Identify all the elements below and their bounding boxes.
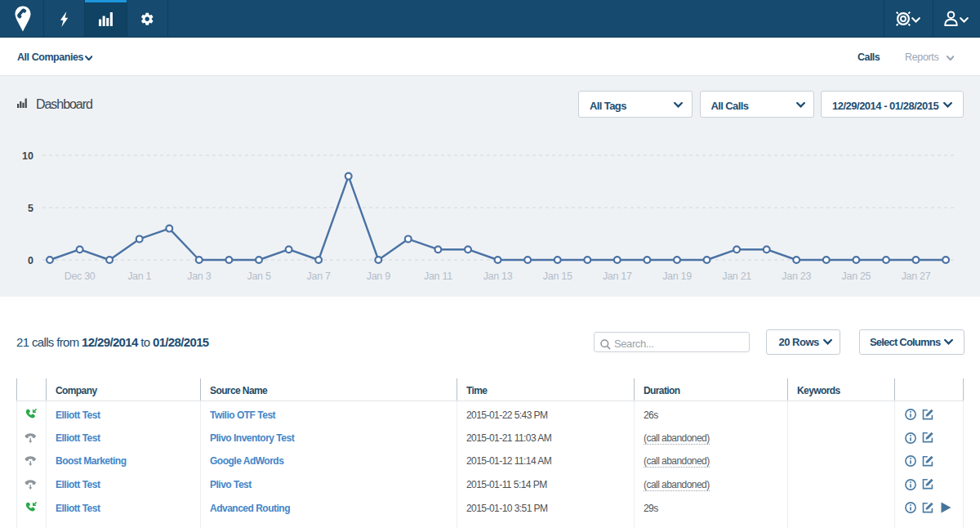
svg-text:Jan 5: Jan 5 (247, 271, 270, 282)
svg-text:Jan 7: Jan 7 (307, 271, 331, 282)
svg-text:Dec 30: Dec 30 (65, 271, 96, 282)
svg-text:Jan 3: Jan 3 (187, 271, 211, 282)
svg-text:Jan 15: Jan 15 (543, 271, 572, 282)
svg-text:Jan 21: Jan 21 (722, 271, 751, 282)
svg-text:Jan 17: Jan 17 (603, 271, 632, 282)
svg-text:Jan 27: Jan 27 (902, 271, 931, 282)
svg-text:0: 0 (28, 255, 33, 266)
svg-text:10: 10 (22, 150, 33, 162)
svg-text:Jan 25: Jan 25 (842, 271, 871, 282)
svg-text:Jan 11: Jan 11 (424, 271, 452, 282)
svg-text:Jan 9: Jan 9 (367, 271, 390, 282)
svg-text:Jan 1: Jan 1 (127, 271, 151, 282)
svg-text:Jan 19: Jan 19 (662, 271, 692, 282)
svg-text:5: 5 (28, 203, 33, 214)
svg-text:Jan 23: Jan 23 (782, 271, 811, 282)
svg-text:Jan 13: Jan 13 (483, 271, 513, 282)
